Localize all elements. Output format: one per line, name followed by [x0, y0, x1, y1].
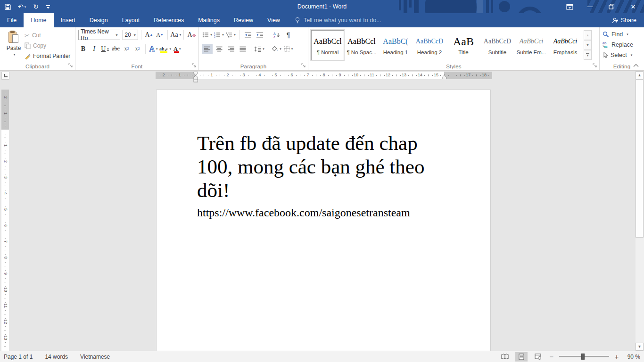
font-color-button[interactable]: A	[172, 44, 182, 54]
change-case-button[interactable]: Aa	[171, 30, 181, 40]
style-subtle-emphasis[interactable]: AaBbCci Subtle Em...	[515, 30, 548, 60]
document-url-text[interactable]: https://www.facebook.com/saigonesetranst…	[197, 206, 424, 220]
paragraph-dialog-launcher-icon[interactable]	[301, 63, 306, 68]
word-count[interactable]: 14 words	[45, 354, 68, 360]
subscript-button[interactable]: x2	[122, 44, 132, 54]
font-size-combobox[interactable]: 20▾	[123, 30, 138, 40]
styles-gallery-more-icon[interactable]: ▼	[584, 50, 592, 60]
undo-button[interactable]: ↶▾	[18, 3, 26, 10]
shrink-font-button[interactable]: A▼	[155, 30, 165, 40]
underline-button[interactable]: U	[100, 44, 110, 54]
styles-scroll-down-icon[interactable]: ▼	[584, 40, 592, 50]
format-painter-button[interactable]: Format Painter	[25, 51, 70, 61]
shading-button[interactable]	[271, 44, 282, 54]
superscript-button[interactable]: x2	[132, 44, 142, 54]
align-right-button[interactable]	[225, 44, 236, 54]
style-subtitle[interactable]: AaBbCcD Subtitle	[481, 30, 514, 60]
scroll-down-icon[interactable]: ▼	[636, 343, 644, 351]
font-name-combobox[interactable]: Times New Ro▾	[78, 30, 120, 40]
increase-indent-button[interactable]	[254, 30, 265, 40]
styles-dialog-launcher-icon[interactable]	[593, 63, 598, 68]
indent-markers[interactable]	[193, 72, 198, 82]
ruler-tick	[284, 74, 284, 76]
tab-stop-selector[interactable]	[1, 72, 9, 80]
style-normal[interactable]: AaBbCcl ¶ Normal	[311, 30, 344, 60]
zoom-slider-thumb[interactable]	[581, 354, 585, 360]
document-line[interactable]: 100, mong các bạn ghé theo	[197, 155, 424, 179]
redo-button[interactable]: ↻	[33, 3, 39, 10]
tab-review[interactable]: Review	[227, 13, 260, 27]
vertical-scrollbar[interactable]: ▲ ▼	[636, 71, 644, 351]
close-button[interactable]: ✕	[622, 0, 644, 13]
tab-design[interactable]: Design	[83, 13, 115, 27]
web-layout-button[interactable]	[532, 352, 544, 362]
zoom-in-button[interactable]: +	[613, 353, 620, 361]
replace-button[interactable]: abac Replace	[603, 40, 642, 50]
numbering-button[interactable]: 123	[214, 30, 224, 40]
style-heading-2[interactable]: AaBbCcD Heading 2	[413, 30, 446, 60]
paste-button[interactable]: Paste	[3, 29, 25, 62]
show-hide-pilcrow-button[interactable]: ¶	[283, 30, 294, 40]
font-dialog-launcher-icon[interactable]	[192, 63, 197, 68]
find-button[interactable]: Find	[603, 29, 642, 40]
tab-references[interactable]: References	[147, 13, 191, 27]
zoom-slider[interactable]	[559, 356, 609, 357]
v-ruler[interactable]: 2112345678910111213	[1, 90, 9, 351]
text-highlight-button[interactable]: ab	[159, 44, 171, 54]
decrease-indent-button[interactable]	[242, 30, 253, 40]
align-left-button[interactable]	[202, 44, 213, 54]
minimize-button[interactable]: —	[579, 0, 601, 13]
tab-file[interactable]: File	[0, 13, 24, 27]
align-center-button[interactable]	[214, 44, 224, 54]
document-line[interactable]: dõi!	[197, 179, 424, 202]
document-text[interactable]: Trên fb đã update đến chap 100, mong các…	[197, 132, 424, 220]
select-button[interactable]: Select	[603, 50, 642, 60]
ribbon-display-options-icon[interactable]	[560, 0, 579, 13]
bold-button[interactable]: B	[78, 44, 88, 54]
tab-home[interactable]: Home	[24, 13, 53, 27]
grow-font-button[interactable]: A▲	[144, 30, 154, 40]
borders-button[interactable]	[283, 44, 294, 54]
justify-button[interactable]	[237, 44, 248, 54]
clear-formatting-button[interactable]: A	[187, 30, 197, 40]
print-layout-button[interactable]	[515, 352, 528, 362]
style-title[interactable]: AaB Title	[447, 30, 480, 60]
style-heading-1[interactable]: AaBbC( Heading 1	[379, 30, 412, 60]
restore-button[interactable]	[601, 0, 622, 13]
bullets-button[interactable]	[202, 30, 213, 40]
tab-layout[interactable]: Layout	[115, 13, 147, 27]
save-icon[interactable]	[5, 4, 11, 10]
clipboard-dialog-launcher-icon[interactable]	[68, 63, 74, 68]
share-button[interactable]: Share	[608, 13, 640, 27]
document-page[interactable]: Trên fb đã update đến chap 100, mong các…	[156, 90, 491, 351]
h-ruler[interactable]: 211234567891011121314151718	[156, 72, 492, 79]
styles-scroll-up-icon[interactable]: ▲	[584, 30, 592, 40]
right-indent-marker[interactable]	[442, 72, 447, 79]
line-spacing-button[interactable]	[254, 44, 265, 54]
zoom-out-button[interactable]: −	[548, 353, 555, 361]
page-indicator[interactable]: Page 1 of 1	[4, 354, 33, 360]
tab-insert[interactable]: Insert	[54, 13, 83, 27]
style-no-spacing[interactable]: AaBbCcl ¶ No Spac...	[345, 30, 378, 60]
read-mode-button[interactable]	[499, 352, 511, 362]
scrollbar-thumb[interactable]	[636, 79, 644, 238]
zoom-level[interactable]: 90 %	[624, 354, 640, 360]
multilevel-list-button[interactable]	[225, 30, 236, 40]
cut-button[interactable]: ✂ Cut	[25, 30, 70, 41]
tab-view[interactable]: View	[260, 13, 287, 27]
scroll-up-icon[interactable]: ▲	[636, 71, 644, 79]
document-line[interactable]: Trên fb đã update đến chap	[197, 132, 424, 155]
style-emphasis[interactable]: AaBbCci Emphasis	[549, 30, 582, 60]
undo-caret-icon[interactable]: ▾	[25, 5, 26, 8]
language-indicator[interactable]: Vietnamese	[80, 354, 110, 360]
tell-me-box[interactable]: Tell me what you want to do...	[295, 13, 381, 27]
strikethrough-button[interactable]: abc	[111, 44, 121, 54]
tab-mailings[interactable]: Mailings	[191, 13, 227, 27]
customize-qat-icon[interactable]	[46, 4, 50, 9]
ruler-tick	[460, 74, 461, 76]
italic-button[interactable]: I	[89, 44, 99, 54]
text-effects-button[interactable]: A	[149, 44, 158, 54]
collapse-ribbon-icon[interactable]	[633, 63, 639, 68]
sort-button[interactable]: AZ	[271, 30, 282, 40]
copy-button[interactable]: Copy	[25, 41, 70, 51]
